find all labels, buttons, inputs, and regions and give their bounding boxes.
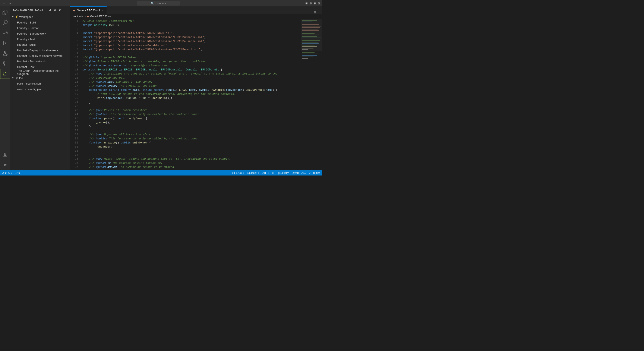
sidebar-item-hardhat-build[interactable]: Hardhat - Build (10, 42, 70, 48)
title-bar-right: ⊞ ⊟ ⊠ ⊡ (305, 2, 320, 5)
line-num-14: 14 (70, 72, 78, 76)
code-line-27: } (82, 124, 301, 128)
code-line-26: _pause(); (82, 120, 301, 124)
code-line-24: /// @notice This function can only be ca… (82, 112, 301, 116)
chevron-down-icon: ▼ (11, 15, 14, 18)
line-num-20: 20 (70, 96, 78, 100)
sidebar-item-foundry-test[interactable]: Foundry - Test (10, 36, 70, 42)
sidebar-section-workspace[interactable]: ▼ ⚡ Workspace (10, 14, 70, 20)
code-line-9 (82, 52, 301, 56)
layout-icon-2[interactable]: ⊟ (310, 2, 312, 5)
split-editor-icon[interactable]: ⊞ (314, 11, 316, 14)
title-bar: ← → 🔍 usecase ⊞ ⊟ ⊠ ⊡ (0, 0, 322, 6)
tab-close-button[interactable]: × (102, 8, 104, 12)
line-num-9: 9 (70, 52, 78, 56)
tsc-icon: ◎ (15, 76, 18, 80)
workspace-icon: ⚡ (15, 15, 18, 18)
activity-bar-run[interactable] (0, 38, 10, 48)
editor-content[interactable]: 1 2 3 4 5 6 7 8 9 10 11 12 13 14 15 16 1… (70, 19, 322, 170)
sidebar-item-hardhat-test[interactable]: Hardhat - Test (10, 64, 70, 70)
layout-icon-4[interactable]: ⊡ (318, 2, 320, 5)
code-line-13: contract GenericERC20 is ERC20, ERC20Bur… (82, 68, 301, 72)
line-num-23: 23 (70, 108, 78, 112)
line-num-22: 22 (70, 104, 78, 108)
code-line-3 (82, 27, 301, 31)
activity-bar-accounts[interactable] (0, 150, 10, 160)
svg-rect-16 (302, 45, 314, 46)
sidebar-item-hardhat-start-network[interactable]: Hardhat - Start network (10, 58, 70, 64)
more-tabs-icon[interactable]: ⋯ (318, 11, 320, 14)
status-encoding[interactable]: UTF-8 (262, 172, 269, 174)
title-bar-left: ← → (2, 1, 12, 5)
status-errors[interactable]: ✗ 0 ⚠ 0 (2, 172, 12, 174)
code-line-4: import "@openzeppelin/contracts/token/ER… (82, 31, 301, 35)
status-spaces[interactable]: Spaces: 4 (248, 172, 259, 174)
activity-bar-search[interactable] (0, 18, 10, 28)
line-num-1: 1 (70, 19, 78, 23)
breadcrumb-filename[interactable]: GenericERC20.sol (90, 15, 111, 18)
sidebar: TASK MANAGER: TASKS ↺ ⚙ ⊡ ⋯ ▼ ⚡ Workspac… (10, 6, 70, 170)
line-num-12: 12 (70, 64, 78, 68)
sidebar-section-tsc[interactable]: ▼ ◎ tsc (10, 75, 70, 81)
breadcrumb-contracts[interactable]: contracts (73, 15, 84, 18)
sidebar-item-hardhat-deploy-platform[interactable]: Hardhat - Deploy to platform network (10, 53, 70, 58)
svg-rect-14 (302, 42, 318, 42)
minimap[interactable] (301, 19, 322, 170)
layout-icon-3[interactable]: ⊠ (314, 2, 316, 5)
code-line-35: /// @dev Mints `amount` tokens and assig… (82, 157, 301, 161)
line-num-2: 2 (70, 23, 78, 27)
code-editor[interactable]: // SPDX-License-Identifier: MIT pragma s… (81, 19, 301, 170)
status-prettier[interactable]: ✓ Prettier (309, 172, 320, 174)
code-line-21: } (82, 100, 301, 104)
breadcrumb-separator: › (85, 15, 86, 18)
line-num-3: 3 (70, 27, 78, 31)
line-num-35: 35 (70, 157, 78, 161)
activity-bar-settings[interactable] (0, 160, 10, 170)
line-num-30: 30 (70, 137, 78, 141)
line-num-11: 11 (70, 60, 78, 64)
activity-bar-explorer[interactable] (0, 7, 10, 18)
line-num-31: 31 (70, 141, 78, 145)
sidebar-item-build-tsconfig[interactable]: build - tsconfig.json (10, 81, 70, 86)
code-line-19: // Mint 100,000 tokens to the deploying … (82, 92, 301, 96)
back-button[interactable]: ← (2, 1, 6, 5)
code-line-11: /// @dev Extends ERC20 with burnable, pa… (82, 60, 301, 64)
status-language[interactable]: {} Solidity (278, 172, 289, 174)
layout-icon-1[interactable]: ⊞ (305, 2, 308, 5)
settings-button[interactable]: ⚙ (53, 8, 57, 12)
sidebar-item-graph-deploy[interactable]: The Graph - Deploy or update the subgrap… (10, 70, 70, 75)
hardhat-build-label: Hardhat - Build (17, 43, 36, 46)
code-line-12: /// @custom:security-contact support@set… (82, 64, 301, 68)
status-info[interactable]: ⓘ 0 (15, 171, 20, 175)
test-icon (2, 61, 8, 66)
status-eol[interactable]: LF (272, 172, 275, 174)
code-line-17: /// @param symbol The symbol of the toke… (82, 84, 301, 88)
sidebar-item-watch-tsconfig[interactable]: watch - tsconfig.json (10, 86, 70, 92)
forward-button[interactable]: → (8, 1, 12, 5)
search-bar[interactable]: 🔍 usecase (137, 1, 180, 6)
status-position[interactable]: Ln 1, Col 1 (232, 172, 244, 174)
activity-bar (0, 6, 10, 170)
sidebar-item-foundry-build[interactable]: Foundry - Build (10, 20, 70, 25)
position-text: Ln 1, Col 1 (232, 172, 244, 174)
code-line-20: _mint(msg.sender, 100_000 * 10 ** decima… (82, 96, 301, 100)
status-layout[interactable]: Layout: U.S. (292, 172, 306, 174)
sidebar-header: TASK MANAGER: TASKS ↺ ⚙ ⊡ ⋯ (10, 6, 70, 14)
main-container: TASK MANAGER: TASKS ↺ ⚙ ⊡ ⋯ ▼ ⚡ Workspac… (0, 6, 322, 170)
activity-bar-tasks[interactable] (0, 69, 10, 79)
activity-bar-source-control[interactable] (0, 28, 10, 38)
split-button[interactable]: ⊡ (58, 8, 62, 12)
code-line-33: } (82, 149, 301, 153)
build-tsconfig-label: build - tsconfig.json (17, 82, 41, 85)
tab-generic-erc20[interactable]: ◆ GenericERC20.sol × (70, 6, 107, 14)
sidebar-item-foundry-start-network[interactable]: Foundry - Start network (10, 31, 70, 36)
activity-bar-test[interactable] (0, 58, 10, 69)
sidebar-item-hardhat-deploy-local[interactable]: Hardhat - Deploy to local network (10, 48, 70, 53)
status-bar: ✗ 0 ⚠ 0 ⓘ 0 Ln 1, Col 1 Spaces: 4 UTF-8 … (0, 170, 322, 176)
sidebar-item-foundry-format[interactable]: Foundry - Format (10, 25, 70, 31)
activity-bar-extensions[interactable] (0, 48, 10, 58)
code-line-14: /// @dev Initializes the contract by set… (82, 72, 301, 76)
more-button[interactable]: ⋯ (63, 8, 68, 12)
refresh-button[interactable]: ↺ (48, 8, 52, 12)
extensions-icon (2, 51, 8, 56)
